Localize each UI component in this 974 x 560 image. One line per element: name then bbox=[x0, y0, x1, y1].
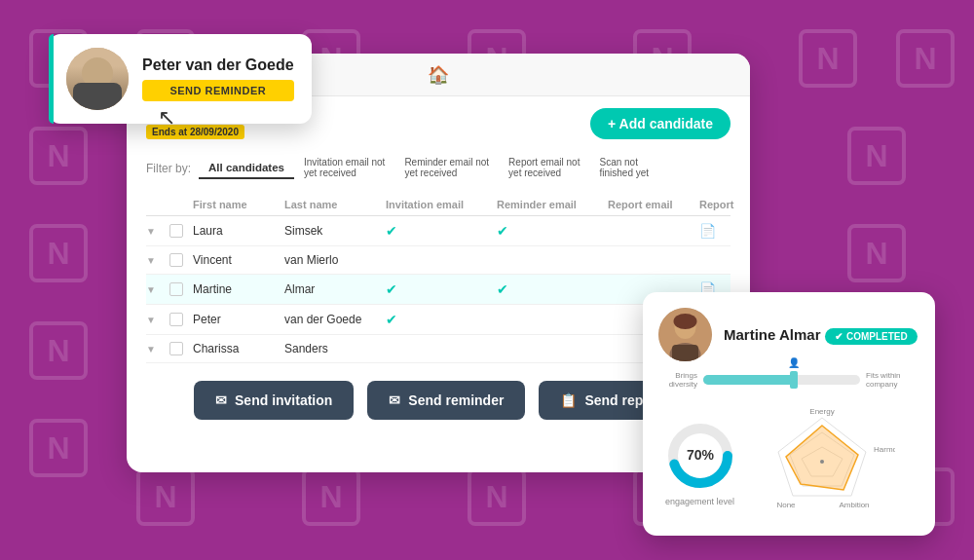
last-name: van Mierlo bbox=[284, 253, 382, 267]
martine-avatar-svg bbox=[658, 308, 712, 361]
bar-label-left: Bringsdiversity bbox=[658, 371, 697, 389]
envelope-icon: ✉ bbox=[215, 392, 227, 408]
bar-row: Bringsdiversity 👤 Fits withincompany bbox=[658, 371, 919, 389]
first-name: Martine bbox=[193, 282, 281, 296]
n-logo: N bbox=[29, 127, 88, 185]
col-report: Report bbox=[699, 199, 750, 210]
row-chevron: ▼ bbox=[146, 284, 166, 295]
svg-text:70%: 70% bbox=[686, 447, 714, 463]
filter-tab-report[interactable]: Report email notyet received bbox=[499, 153, 589, 184]
invitation-check: ✔ bbox=[386, 312, 493, 327]
svg-marker-11 bbox=[786, 426, 858, 490]
bar-fill bbox=[703, 375, 798, 385]
reminder-check: ✔ bbox=[497, 281, 604, 297]
row-checkbox[interactable] bbox=[169, 282, 183, 296]
completed-badge: ✔ COMPLETED bbox=[825, 328, 918, 345]
col-lastname: Last name bbox=[284, 199, 382, 210]
martine-name: Martine Almar bbox=[724, 326, 820, 343]
bar-chart: Bringsdiversity 👤 Fits withincompany bbox=[658, 371, 919, 389]
n-logo: N bbox=[29, 321, 88, 380]
n-logo: N bbox=[847, 127, 906, 185]
col-report-email: Report email bbox=[608, 199, 695, 210]
last-name: Simsek bbox=[284, 224, 382, 238]
n-logo: N bbox=[799, 29, 857, 88]
n-logo: N bbox=[302, 467, 360, 526]
svg-text:Ambition: Ambition bbox=[839, 501, 869, 509]
n-logo: N bbox=[468, 467, 526, 526]
report-icon: 📄 bbox=[699, 223, 750, 239]
radar-chart-area: Energy Harmony Ambition None bbox=[749, 398, 919, 529]
invitation-check: ✔ bbox=[386, 281, 493, 297]
row-chevron: ▼ bbox=[146, 315, 166, 325]
radar-chart: Energy Harmony Ambition None bbox=[749, 398, 895, 525]
col-firstname: First name bbox=[193, 199, 281, 210]
svg-text:Harmony: Harmony bbox=[874, 445, 895, 454]
col-check bbox=[169, 199, 189, 210]
last-name: Sanders bbox=[284, 342, 382, 355]
first-name: Laura bbox=[193, 224, 281, 238]
peter-info: Peter van der Goede SEND REMINDER bbox=[142, 56, 294, 101]
check-icon: ✔ bbox=[835, 331, 843, 342]
n-logo: N bbox=[896, 29, 955, 88]
peter-body bbox=[73, 83, 122, 110]
svg-text:None: None bbox=[776, 501, 796, 509]
bar-marker: 👤 bbox=[790, 371, 798, 389]
row-checkbox[interactable] bbox=[169, 224, 183, 238]
filter-tab-reminder[interactable]: Reminder email notyet received bbox=[394, 153, 499, 184]
filter-tab-scan[interactable]: Scan notfinished yet bbox=[589, 153, 658, 184]
ends-badge: Ends at 28/09/2020 bbox=[146, 125, 244, 139]
send-invitation-button[interactable]: ✉ Send invitation bbox=[194, 381, 354, 420]
send-reminder-button[interactable]: ✉ Send reminder bbox=[367, 381, 525, 420]
table-header: First name Last name Invitation email Re… bbox=[146, 194, 730, 216]
n-logo: N bbox=[847, 224, 906, 282]
home-icon: 🏠 bbox=[428, 64, 449, 86]
table-row[interactable]: ▼ Laura Simsek ✔ ✔ 📄 bbox=[146, 216, 730, 246]
peter-avatar-image bbox=[66, 48, 129, 110]
row-checkbox[interactable] bbox=[169, 253, 183, 267]
filter-bar: Filter by: All candidates Invitation ema… bbox=[146, 153, 730, 184]
martine-header: Martine Almar ✔ COMPLETED bbox=[658, 308, 919, 361]
row-checkbox[interactable] bbox=[169, 342, 183, 355]
martine-card: Martine Almar ✔ COMPLETED Bringsdiversit… bbox=[643, 292, 935, 536]
person-icon: 👤 bbox=[788, 357, 800, 368]
engagement-label: engagement level bbox=[658, 497, 741, 506]
send-reminder-popup-button[interactable]: SEND REMINDER bbox=[142, 80, 294, 101]
filter-label: Filter by: bbox=[146, 162, 191, 175]
avatar-peter bbox=[66, 48, 129, 110]
filter-tab-invitation[interactable]: Invitation email notyet received bbox=[294, 153, 394, 184]
n-logo: N bbox=[29, 224, 88, 282]
table-row[interactable]: ▼ Vincent van Mierlo bbox=[146, 246, 730, 275]
row-chevron: ▼ bbox=[146, 344, 166, 355]
filter-tab-all[interactable]: All candidates bbox=[199, 158, 294, 179]
svg-rect-4 bbox=[672, 345, 698, 361]
row-chevron: ▼ bbox=[146, 226, 166, 237]
document-icon: 📋 bbox=[560, 392, 577, 408]
donut-area: 70% engagement level bbox=[658, 422, 741, 506]
donut-chart: 70% bbox=[666, 422, 734, 490]
row-chevron: ▼ bbox=[146, 255, 166, 266]
accent-bar bbox=[49, 34, 54, 124]
peter-popup: Peter van der Goede SEND REMINDER bbox=[49, 34, 312, 124]
col-chevron bbox=[146, 199, 166, 210]
chart-section: 70% engagement level Energy Harmony Ambi… bbox=[658, 398, 919, 529]
last-name: van der Goede bbox=[284, 313, 382, 326]
svg-point-16 bbox=[820, 460, 824, 464]
col-reminder: Reminder email bbox=[497, 199, 604, 210]
last-name: Almar bbox=[284, 282, 382, 296]
n-logo: N bbox=[29, 419, 88, 477]
n-logo: N bbox=[136, 467, 195, 526]
svg-point-2 bbox=[674, 314, 697, 329]
envelope-icon: ✉ bbox=[389, 392, 400, 408]
martine-info: Martine Almar ✔ COMPLETED bbox=[724, 324, 919, 345]
first-name: Peter bbox=[193, 313, 281, 326]
bar-label-right: Fits withincompany bbox=[866, 371, 919, 389]
peter-name: Peter van der Goede bbox=[142, 56, 294, 74]
first-name: Charissa bbox=[193, 342, 281, 355]
avatar-martine bbox=[658, 308, 712, 361]
row-checkbox[interactable] bbox=[169, 313, 183, 326]
bar-track: 👤 bbox=[703, 375, 860, 385]
add-candidate-button[interactable]: + Add candidate bbox=[590, 108, 730, 139]
svg-text:Energy: Energy bbox=[809, 407, 834, 416]
invitation-check: ✔ bbox=[386, 223, 493, 239]
first-name: Vincent bbox=[193, 253, 281, 267]
